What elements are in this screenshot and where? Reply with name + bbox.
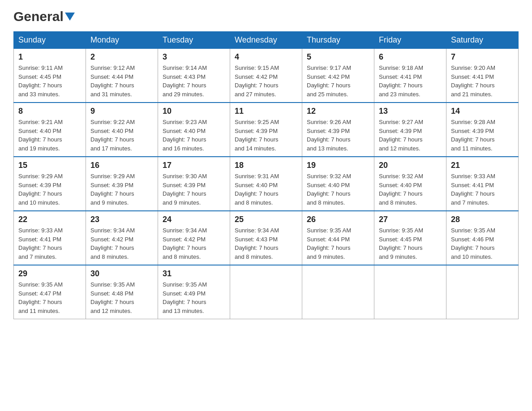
day-number: 11 <box>235 107 297 116</box>
day-info: Sunrise: 9:35 AMSunset: 4:48 PMDaylight:… <box>90 281 135 314</box>
col-header-sunday: Sunday <box>14 32 86 49</box>
day-info: Sunrise: 9:11 AMSunset: 4:45 PMDaylight:… <box>18 64 63 98</box>
calendar-cell <box>374 265 446 319</box>
day-number: 28 <box>451 215 514 224</box>
day-info: Sunrise: 9:15 AMSunset: 4:42 PMDaylight:… <box>235 64 279 98</box>
col-header-monday: Monday <box>86 32 158 49</box>
calendar-cell: 25 Sunrise: 9:34 AMSunset: 4:43 PMDaylig… <box>230 211 302 265</box>
calendar-cell: 2 Sunrise: 9:12 AMSunset: 4:44 PMDayligh… <box>86 49 158 103</box>
calendar-cell: 19 Sunrise: 9:32 AMSunset: 4:40 PMDaylig… <box>302 157 374 211</box>
calendar-cell: 18 Sunrise: 9:31 AMSunset: 4:40 PMDaylig… <box>230 157 302 211</box>
calendar-cell: 27 Sunrise: 9:35 AMSunset: 4:45 PMDaylig… <box>374 211 446 265</box>
day-info: Sunrise: 9:33 AMSunset: 4:41 PMDaylight:… <box>18 227 63 260</box>
day-number: 20 <box>379 161 442 170</box>
day-number: 7 <box>451 52 514 62</box>
day-number: 2 <box>90 52 153 62</box>
day-number: 5 <box>307 52 369 62</box>
calendar-cell: 29 Sunrise: 9:35 AMSunset: 4:47 PMDaylig… <box>14 265 86 319</box>
day-number: 23 <box>90 215 153 224</box>
day-number: 4 <box>235 52 297 62</box>
calendar-week-4: 22 Sunrise: 9:33 AMSunset: 4:41 PMDaylig… <box>14 211 519 265</box>
day-number: 25 <box>235 215 297 224</box>
day-info: Sunrise: 9:33 AMSunset: 4:41 PMDaylight:… <box>451 173 495 206</box>
calendar-week-3: 15 Sunrise: 9:29 AMSunset: 4:39 PMDaylig… <box>14 157 519 211</box>
day-info: Sunrise: 9:34 AMSunset: 4:43 PMDaylight:… <box>235 227 279 260</box>
day-info: Sunrise: 9:34 AMSunset: 4:42 PMDaylight:… <box>163 227 207 260</box>
day-number: 24 <box>163 215 225 224</box>
day-number: 12 <box>307 107 369 116</box>
day-number: 6 <box>379 52 442 62</box>
day-number: 26 <box>307 215 369 224</box>
day-number: 1 <box>18 52 81 62</box>
day-info: Sunrise: 9:35 AMSunset: 4:45 PMDaylight:… <box>379 227 423 260</box>
calendar-cell: 20 Sunrise: 9:32 AMSunset: 4:40 PMDaylig… <box>374 157 446 211</box>
calendar-week-1: 1 Sunrise: 9:11 AMSunset: 4:45 PMDayligh… <box>14 49 519 103</box>
day-info: Sunrise: 9:27 AMSunset: 4:39 PMDaylight:… <box>379 119 423 152</box>
day-info: Sunrise: 9:22 AMSunset: 4:40 PMDaylight:… <box>90 119 135 152</box>
day-info: Sunrise: 9:20 AMSunset: 4:41 PMDaylight:… <box>451 64 495 98</box>
day-number: 27 <box>379 215 442 224</box>
day-number: 13 <box>379 107 442 116</box>
day-number: 14 <box>451 107 514 116</box>
calendar-week-5: 29 Sunrise: 9:35 AMSunset: 4:47 PMDaylig… <box>14 265 519 319</box>
day-info: Sunrise: 9:25 AMSunset: 4:39 PMDaylight:… <box>235 119 279 152</box>
day-number: 10 <box>163 107 225 116</box>
calendar-cell: 30 Sunrise: 9:35 AMSunset: 4:48 PMDaylig… <box>86 265 158 319</box>
day-info: Sunrise: 9:28 AMSunset: 4:39 PMDaylight:… <box>451 119 495 152</box>
calendar-cell: 7 Sunrise: 9:20 AMSunset: 4:41 PMDayligh… <box>446 49 519 103</box>
calendar-cell: 15 Sunrise: 9:29 AMSunset: 4:39 PMDaylig… <box>14 157 86 211</box>
day-info: Sunrise: 9:21 AMSunset: 4:40 PMDaylight:… <box>18 119 63 152</box>
calendar-cell: 8 Sunrise: 9:21 AMSunset: 4:40 PMDayligh… <box>14 103 86 157</box>
day-info: Sunrise: 9:29 AMSunset: 4:39 PMDaylight:… <box>18 173 63 206</box>
svg-marker-0 <box>65 13 75 21</box>
day-number: 21 <box>451 161 514 170</box>
calendar-cell: 10 Sunrise: 9:23 AMSunset: 4:40 PMDaylig… <box>158 103 230 157</box>
calendar-cell: 12 Sunrise: 9:26 AMSunset: 4:39 PMDaylig… <box>302 103 374 157</box>
calendar-cell: 31 Sunrise: 9:35 AMSunset: 4:49 PMDaylig… <box>158 265 230 319</box>
day-number: 15 <box>18 161 81 170</box>
calendar-cell: 23 Sunrise: 9:34 AMSunset: 4:42 PMDaylig… <box>86 211 158 265</box>
calendar-cell: 24 Sunrise: 9:34 AMSunset: 4:42 PMDaylig… <box>158 211 230 265</box>
day-info: Sunrise: 9:14 AMSunset: 4:43 PMDaylight:… <box>163 64 207 98</box>
day-info: Sunrise: 9:23 AMSunset: 4:40 PMDaylight:… <box>163 119 207 152</box>
calendar-cell <box>230 265 302 319</box>
calendar-cell: 9 Sunrise: 9:22 AMSunset: 4:40 PMDayligh… <box>86 103 158 157</box>
logo-arrow-icon <box>65 13 75 22</box>
day-number: 9 <box>90 107 153 116</box>
calendar-cell: 13 Sunrise: 9:27 AMSunset: 4:39 PMDaylig… <box>374 103 446 157</box>
day-info: Sunrise: 9:32 AMSunset: 4:40 PMDaylight:… <box>307 173 351 206</box>
calendar-week-2: 8 Sunrise: 9:21 AMSunset: 4:40 PMDayligh… <box>14 103 519 157</box>
calendar-cell: 4 Sunrise: 9:15 AMSunset: 4:42 PMDayligh… <box>230 49 302 103</box>
day-number: 30 <box>90 269 153 278</box>
day-number: 16 <box>90 161 153 170</box>
calendar-cell: 21 Sunrise: 9:33 AMSunset: 4:41 PMDaylig… <box>446 157 519 211</box>
col-header-saturday: Saturday <box>446 32 519 49</box>
day-info: Sunrise: 9:35 AMSunset: 4:44 PMDaylight:… <box>307 227 351 260</box>
calendar-table: SundayMondayTuesdayWednesdayThursdayFrid… <box>13 31 519 319</box>
day-info: Sunrise: 9:12 AMSunset: 4:44 PMDaylight:… <box>90 64 135 98</box>
day-info: Sunrise: 9:17 AMSunset: 4:42 PMDaylight:… <box>307 64 351 98</box>
col-header-friday: Friday <box>374 32 446 49</box>
calendar-cell: 6 Sunrise: 9:18 AMSunset: 4:41 PMDayligh… <box>374 49 446 103</box>
calendar-cell <box>302 265 374 319</box>
col-header-tuesday: Tuesday <box>158 32 230 49</box>
calendar-cell: 14 Sunrise: 9:28 AMSunset: 4:39 PMDaylig… <box>446 103 519 157</box>
day-number: 17 <box>163 161 225 170</box>
day-info: Sunrise: 9:35 AMSunset: 4:46 PMDaylight:… <box>451 227 495 260</box>
calendar-cell: 16 Sunrise: 9:29 AMSunset: 4:39 PMDaylig… <box>86 157 158 211</box>
calendar-cell: 1 Sunrise: 9:11 AMSunset: 4:45 PMDayligh… <box>14 49 86 103</box>
page-header: General <box>13 9 519 22</box>
calendar-cell: 5 Sunrise: 9:17 AMSunset: 4:42 PMDayligh… <box>302 49 374 103</box>
calendar-cell: 17 Sunrise: 9:30 AMSunset: 4:39 PMDaylig… <box>158 157 230 211</box>
calendar-cell: 26 Sunrise: 9:35 AMSunset: 4:44 PMDaylig… <box>302 211 374 265</box>
day-number: 3 <box>163 52 225 62</box>
day-number: 31 <box>163 269 225 278</box>
day-info: Sunrise: 9:30 AMSunset: 4:39 PMDaylight:… <box>163 173 207 206</box>
day-info: Sunrise: 9:35 AMSunset: 4:47 PMDaylight:… <box>18 281 63 314</box>
day-number: 8 <box>18 107 81 116</box>
day-info: Sunrise: 9:26 AMSunset: 4:39 PMDaylight:… <box>307 119 351 152</box>
calendar-cell: 3 Sunrise: 9:14 AMSunset: 4:43 PMDayligh… <box>158 49 230 103</box>
day-number: 22 <box>18 215 81 224</box>
day-number: 29 <box>18 269 81 278</box>
col-header-wednesday: Wednesday <box>230 32 302 49</box>
